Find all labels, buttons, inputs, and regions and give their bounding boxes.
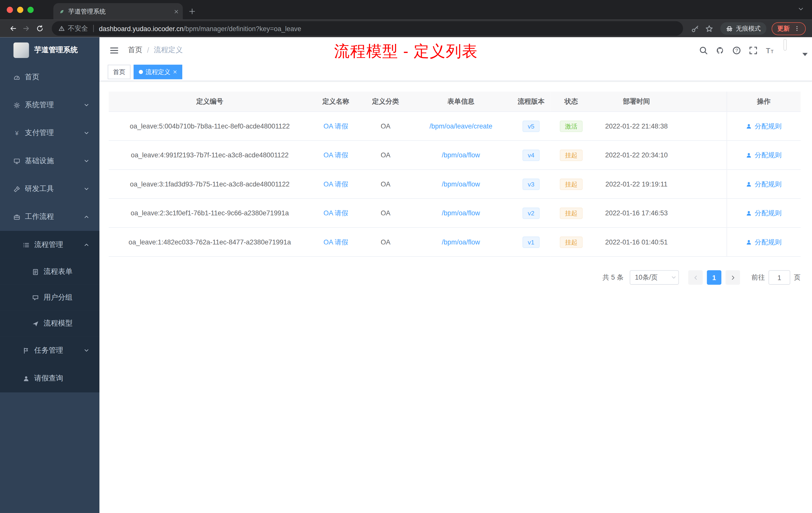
tag-0[interactable]: 首页 [108, 65, 130, 79]
form-info-link[interactable]: /bpm/oa/leave/create [429, 122, 492, 130]
cell-spacer [681, 112, 727, 141]
assign-rule-link[interactable]: 分配规则 [755, 208, 782, 218]
form-info-link[interactable]: /bpm/oa/flow [442, 151, 480, 159]
page-size-value: 10条/页 [635, 273, 658, 282]
assign-rule-link[interactable]: 分配规则 [755, 237, 782, 247]
form-info-link[interactable]: /bpm/oa/flow [442, 180, 480, 188]
not-secure-warning-icon[interactable] [58, 25, 65, 32]
tag-close-icon[interactable] [173, 70, 177, 74]
table-row-2: oa_leave:3:1fad3d93-7b75-11ec-a3c8-acde4… [109, 170, 801, 199]
browser-update-chip[interactable]: 更新 [772, 22, 806, 35]
page-size-select[interactable]: 10条/页 [630, 270, 679, 285]
cell-spacer [681, 141, 727, 170]
browser-tab[interactable]: 芋道管理系统 [53, 3, 183, 20]
status-tag: 挂起 [560, 207, 583, 219]
pagination-total: 共 5 条 [603, 273, 624, 282]
form-info-link[interactable]: /bpm/oa/flow [442, 209, 480, 217]
list-icon [21, 241, 31, 248]
cell-version: v5 [512, 112, 551, 141]
definition-name-link[interactable]: OA 请假 [323, 238, 348, 246]
sidebar-item-label: 研发工具 [25, 184, 54, 193]
sidebar-item-8[interactable]: 用户分组 [0, 284, 99, 310]
chevron-down-icon [84, 186, 89, 192]
cell-action: 分配规则 [727, 170, 801, 199]
help-icon[interactable]: ? [732, 46, 741, 55]
maximize-window-button[interactable] [27, 7, 34, 13]
page-number-1[interactable]: 1 [707, 270, 721, 285]
prev-page-button[interactable] [688, 270, 703, 285]
cell-definition-name: OA 请假 [311, 170, 361, 199]
sidebar-item-4[interactable]: 研发工具 [0, 175, 99, 203]
password-manager-icon[interactable] [691, 25, 699, 32]
tab-search-chevron-icon[interactable] [798, 6, 804, 12]
cell-deploy-time: 2022-01-16 17:46:53 [592, 199, 681, 228]
sidebar-item-label: 流程模型 [44, 319, 72, 328]
tag-active-dot [139, 70, 143, 74]
goto-label: 前往 [752, 273, 765, 282]
sidebar-logo: 芋道管理系统 [0, 37, 99, 63]
reload-button[interactable] [33, 22, 47, 35]
sidebar-item-7[interactable]: 流程表单 [0, 259, 99, 284]
bookmark-star-icon[interactable] [705, 25, 713, 32]
close-window-button[interactable] [7, 7, 13, 13]
incognito-label: 无痕模式 [736, 24, 761, 33]
chevron-down-icon [84, 130, 89, 136]
breadcrumb-separator: / [147, 46, 149, 55]
next-page-button[interactable] [726, 270, 740, 285]
briefcase-icon [11, 214, 22, 220]
address-bar[interactable]: 不安全 dashboard.yudao.iocoder.cn/bpm/manag… [52, 21, 683, 36]
cell-form-info: /bpm/oa/flow [410, 228, 512, 256]
security-label[interactable]: 不安全 [68, 24, 88, 33]
fullscreen-icon[interactable] [749, 46, 757, 55]
definition-name-link[interactable]: OA 请假 [323, 209, 348, 217]
goto-page-input[interactable] [768, 270, 790, 285]
user-avatar[interactable] [784, 39, 786, 50]
version-tag: v2 [522, 207, 539, 219]
tab-close-icon[interactable] [174, 9, 179, 14]
back-button[interactable] [6, 22, 20, 35]
sidebar-item-6[interactable]: 流程管理 [0, 231, 99, 259]
sidebar-item-11[interactable]: 请假查询 [0, 364, 99, 392]
chevron-down-icon [84, 102, 89, 108]
browser-menu-icon[interactable] [794, 25, 800, 32]
user-icon [21, 375, 31, 382]
tag-1[interactable]: 流程定义 [134, 65, 182, 79]
cell-definition-name: OA 请假 [311, 228, 361, 256]
cell-status: 激活 [550, 112, 592, 141]
update-label[interactable]: 更新 [777, 24, 790, 33]
search-icon[interactable] [699, 46, 708, 55]
breadcrumb-home[interactable]: 首页 [128, 46, 142, 55]
font-size-icon[interactable]: TT [765, 46, 774, 55]
assign-rule-link[interactable]: 分配规则 [755, 179, 782, 189]
sidebar-item-9[interactable]: 流程模型 [0, 311, 99, 337]
sidebar-item-0[interactable]: 首页 [0, 63, 99, 91]
chevron-up-icon [84, 214, 89, 220]
minimize-window-button[interactable] [17, 7, 23, 13]
sidebar-item-1[interactable]: 系统管理 [0, 91, 99, 119]
sidebar-item-2[interactable]: ¥支付管理 [0, 119, 99, 147]
github-icon[interactable] [716, 46, 724, 55]
cell-form-info: /bpm/oa/flow [410, 141, 512, 170]
forward-button[interactable] [20, 22, 33, 35]
goto-unit: 页 [794, 273, 801, 282]
sidebar-item-label: 任务管理 [34, 346, 63, 355]
assign-rule-link[interactable]: 分配规则 [755, 121, 782, 131]
person-icon [746, 239, 752, 245]
sidebar-item-label: 流程管理 [34, 240, 63, 249]
definition-name-link[interactable]: OA 请假 [323, 122, 348, 130]
cell-spacer [681, 228, 727, 256]
avatar-caret-down-icon[interactable] [801, 50, 810, 58]
cell-version: v3 [512, 170, 551, 199]
gear-icon [11, 102, 22, 109]
sidebar-item-10[interactable]: 任务管理 [0, 337, 99, 364]
send-icon [30, 320, 40, 327]
sidebar-item-5[interactable]: 工作流程 [0, 203, 99, 231]
assign-rule-link[interactable]: 分配规则 [755, 150, 782, 160]
definition-name-link[interactable]: OA 请假 [323, 180, 348, 188]
annotation-title: 流程模型 - 定义列表 [334, 42, 478, 60]
sidebar-collapse-icon[interactable] [110, 46, 118, 55]
sidebar-item-3[interactable]: 基础设施 [0, 147, 99, 175]
form-info-link[interactable]: /bpm/oa/flow [442, 238, 480, 246]
new-tab-button[interactable] [189, 8, 195, 14]
definition-name-link[interactable]: OA 请假 [323, 151, 348, 159]
